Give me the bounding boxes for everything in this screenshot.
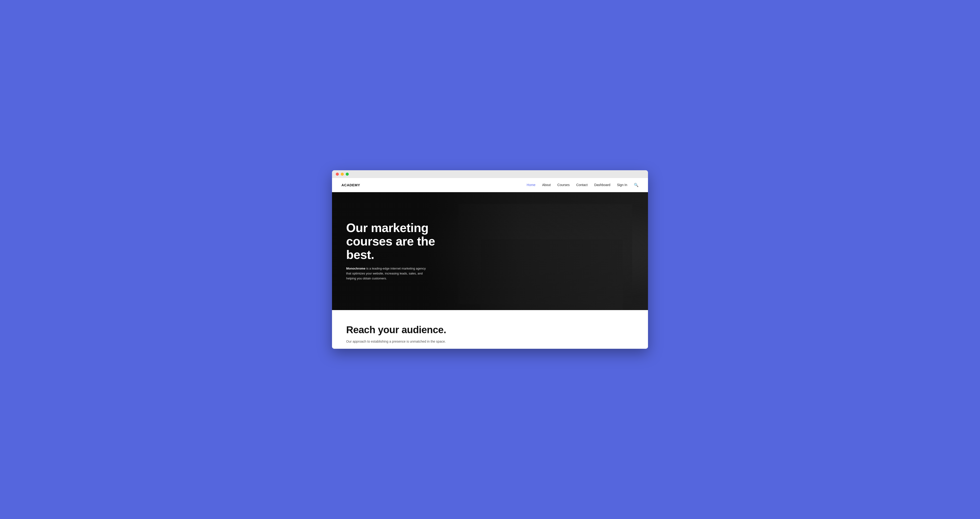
hero-brand-name: Monochrome <box>346 267 366 270</box>
nav-links: Home About Courses Contact Dashboard Sig… <box>527 183 638 187</box>
nav-item-dashboard[interactable]: Dashboard <box>594 183 611 187</box>
hero-description: Monochrome is a leading-edge internet ma… <box>346 266 431 281</box>
hero-title: Our marketing courses are the best. <box>346 221 455 262</box>
section-title: Reach your audience. <box>346 324 634 336</box>
minimize-button[interactable] <box>341 173 344 176</box>
maximize-button[interactable] <box>346 173 349 176</box>
nav-link-dashboard[interactable]: Dashboard <box>594 183 611 187</box>
site-logo[interactable]: ACADEMY <box>342 183 360 187</box>
browser-window: ACADEMY Home About Courses Contact Dashb… <box>332 170 648 349</box>
section-subtitle: Our approach to establishing a presence … <box>346 339 634 344</box>
nav-link-home[interactable]: Home <box>527 183 536 187</box>
nav-item-signin[interactable]: Sign In <box>617 183 627 187</box>
search-icon[interactable]: 🔍 <box>634 183 638 187</box>
nav-link-courses[interactable]: Courses <box>557 183 570 187</box>
nav-link-signin[interactable]: Sign In <box>617 183 627 187</box>
nav-item-about[interactable]: About <box>542 183 551 187</box>
nav-link-about[interactable]: About <box>542 183 551 187</box>
nav-link-contact[interactable]: Contact <box>576 183 588 187</box>
hero-section: Our marketing courses are the best. Mono… <box>332 192 648 310</box>
nav-item-courses[interactable]: Courses <box>557 183 570 187</box>
browser-chrome <box>332 170 648 178</box>
close-button[interactable] <box>336 173 339 176</box>
nav-search[interactable]: 🔍 <box>634 183 638 187</box>
nav-item-home[interactable]: Home <box>527 183 536 187</box>
below-hero-section: Reach your audience. Our approach to est… <box>332 310 648 349</box>
navbar: ACADEMY Home About Courses Contact Dashb… <box>332 178 648 192</box>
nav-item-contact[interactable]: Contact <box>576 183 588 187</box>
hero-content: Our marketing courses are the best. Mono… <box>332 221 469 281</box>
